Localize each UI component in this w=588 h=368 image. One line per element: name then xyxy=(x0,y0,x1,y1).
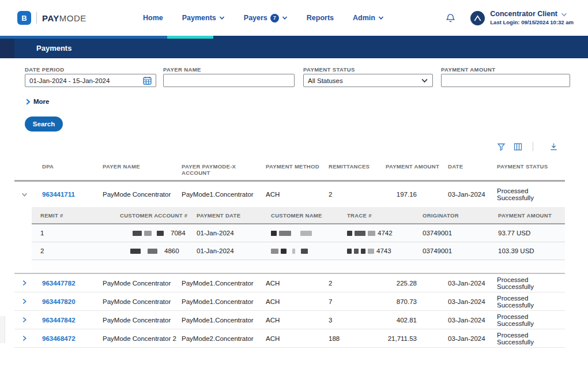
payer-name-label: PAYER NAME xyxy=(163,66,201,73)
nav-home[interactable]: Home xyxy=(143,14,163,22)
remittances-cell: 2 xyxy=(329,280,386,287)
method-cell: ACH xyxy=(266,280,329,287)
table-header-row: DPA PAYER NAME PAYER PAYMODE-X ACCOUNT P… xyxy=(14,163,565,180)
col-dpa: DPA xyxy=(42,163,103,180)
more-label: More xyxy=(33,98,49,105)
filter-icon[interactable] xyxy=(497,142,506,151)
search-button[interactable]: Search xyxy=(25,117,63,132)
payment-status-value: All Statuses xyxy=(308,77,421,84)
download-icon[interactable] xyxy=(549,142,558,151)
detail-row: 1 7084 01-Jan-2024 4742 xyxy=(32,224,565,242)
toolbar-divider xyxy=(533,142,533,151)
dpa-link[interactable]: 963447820 xyxy=(42,298,76,305)
col-payer: PAYER NAME xyxy=(103,163,182,180)
payers-count-badge: 7 xyxy=(270,14,279,22)
originator-cell: 03749001 xyxy=(423,230,498,236)
redacted-block xyxy=(144,231,152,236)
amount-cell: 870.73 xyxy=(386,298,448,305)
dpa-link[interactable]: 963447842 xyxy=(42,317,76,324)
account-last4: 4860 xyxy=(164,247,179,254)
customer-name-cell xyxy=(271,249,347,254)
customer-account-cell: 4860 xyxy=(120,247,197,254)
dcol-amount: PAYMENT AMOUNT xyxy=(498,212,565,219)
date-period-field[interactable] xyxy=(25,74,156,87)
payment-amount-input[interactable] xyxy=(446,77,566,84)
table-toolbar xyxy=(497,142,558,151)
detail-row: 2 4860 01-Jan-2024 xyxy=(32,242,565,260)
payment-status-label: PAYMENT STATUS xyxy=(303,66,355,73)
chevron-down-icon xyxy=(282,15,288,21)
payment-amount-field[interactable] xyxy=(441,74,570,87)
payer-name-cell: PayMode Concentrator xyxy=(103,317,182,324)
remittances-cell: 2 xyxy=(329,191,386,198)
payment-date-cell: 01-Jan-2024 xyxy=(197,230,271,236)
customer-account-cell: 7084 xyxy=(120,230,197,236)
row-expand-toggle[interactable] xyxy=(14,280,42,286)
chevron-right-icon xyxy=(21,280,28,286)
columns-icon[interactable] xyxy=(514,142,522,151)
user-menu[interactable]: Concentrator Client Last Login: 09/15/20… xyxy=(490,10,574,26)
chevron-down-icon xyxy=(219,15,225,21)
page-title: Payments xyxy=(36,39,71,58)
col-account: PAYER PAYMODE-X ACCOUNT xyxy=(182,163,266,180)
row-collapse-toggle[interactable] xyxy=(14,191,42,198)
col-remit: REMITTANCES xyxy=(329,163,386,180)
paymode-logo[interactable]: B PAYMODE xyxy=(17,0,86,36)
redacted-block xyxy=(300,231,312,236)
chevron-right-icon xyxy=(21,298,28,305)
dpa-link[interactable]: 963468472 xyxy=(42,335,76,342)
status-cell: Processed Successfully xyxy=(497,332,565,346)
dpa-link[interactable]: 963441711 xyxy=(42,191,75,198)
date-cell: 03-Jan-2024 xyxy=(448,280,497,287)
account-cell: PayMode1.Concentrator xyxy=(182,317,266,324)
table-row: 963447782 PayMode Concentrator PayMode1.… xyxy=(14,274,565,292)
brand-bold: PAY xyxy=(42,13,59,23)
bell-icon[interactable] xyxy=(446,13,455,24)
table-row: 963468472 PayMode Concentrator 2 PayMode… xyxy=(14,329,565,348)
redacted-block xyxy=(355,231,365,236)
redacted-block xyxy=(368,231,375,236)
payment-amount-label: PAYMENT AMOUNT xyxy=(441,66,495,73)
payer-name-field[interactable] xyxy=(163,74,295,87)
nav-payers[interactable]: Payers 7 xyxy=(244,14,288,22)
remittance-detail-panel: REMIT # CUSTOMER ACCOUNT # PAYMENT DATE … xyxy=(32,207,565,273)
table-row: 963447820 PayMode Concentrator PayMode1.… xyxy=(14,292,565,311)
nav-payments[interactable]: Payments xyxy=(182,14,225,22)
title-band-edge xyxy=(0,39,14,58)
chevron-right-icon xyxy=(25,99,31,105)
dpa-link[interactable]: 963447782 xyxy=(42,280,76,287)
chevron-down-icon xyxy=(561,12,567,18)
nav-admin[interactable]: Admin xyxy=(353,14,384,22)
redacted-block xyxy=(361,249,365,254)
redacted-block xyxy=(354,249,359,254)
status-cell: Processed Successfully xyxy=(497,187,565,201)
avatar[interactable] xyxy=(470,11,485,25)
account-last4: 7084 xyxy=(171,230,186,236)
col-status: PAYMENT STATUS xyxy=(497,163,565,180)
payer-name-input[interactable] xyxy=(168,77,290,84)
row-expand-toggle[interactable] xyxy=(14,335,42,341)
redacted-block xyxy=(130,249,141,254)
table-row: 963447842 PayMode Concentrator PayMode1.… xyxy=(14,311,565,329)
row-expand-toggle[interactable] xyxy=(14,317,42,323)
method-cell: ACH xyxy=(266,317,329,324)
method-cell: ACH xyxy=(266,298,329,305)
dcol-date: PAYMENT DATE xyxy=(197,212,271,219)
redacted-block xyxy=(133,231,142,236)
date-period-input[interactable] xyxy=(29,77,143,84)
redacted-block xyxy=(292,249,295,254)
payment-status-select[interactable]: All Statuses xyxy=(303,74,433,87)
row-expand-toggle[interactable] xyxy=(14,298,42,305)
trace-last4: 4742 xyxy=(378,230,393,236)
detail-header-row: REMIT # CUSTOMER ACCOUNT # PAYMENT DATE … xyxy=(32,207,565,223)
nav-reports[interactable]: Reports xyxy=(307,14,334,22)
left-edge-artifact xyxy=(0,316,5,343)
dcol-customer: CUSTOMER NAME xyxy=(271,212,347,219)
date-period-label: DATE PERIOD xyxy=(25,66,65,73)
calendar-icon[interactable] xyxy=(143,76,152,85)
status-cell: Processed Successfully xyxy=(497,295,565,309)
remittances-cell: 188 xyxy=(329,335,386,342)
more-filters-toggle[interactable]: More xyxy=(25,98,49,105)
dcol-trace: TRACE # xyxy=(347,212,423,219)
date-cell: 03-Jan-2024 xyxy=(448,317,497,324)
